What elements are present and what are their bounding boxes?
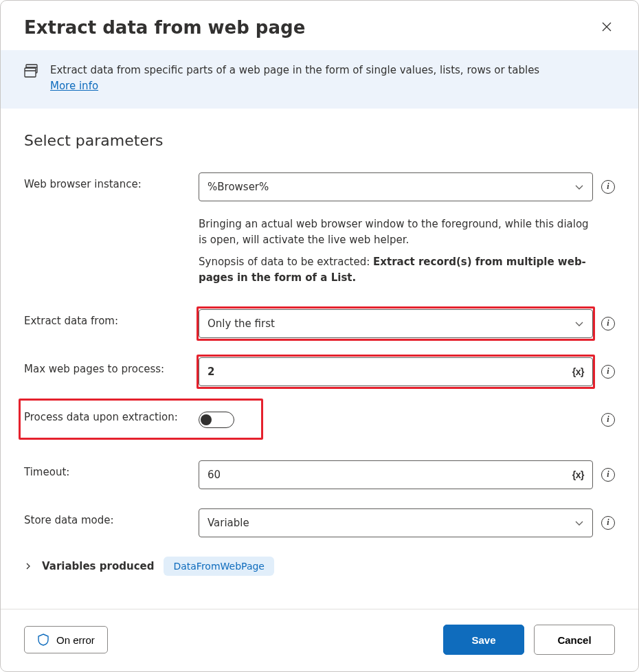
help-browser-foreground: Bringing an actual web browser window to…: [199, 216, 593, 249]
select-store-mode[interactable]: Variable: [199, 508, 593, 537]
chevron-down-icon: [574, 182, 584, 192]
synopsis-text: Synopsis of data to be extracted: Extrac…: [199, 254, 593, 287]
input-max-pages[interactable]: 2 {x}: [199, 357, 593, 386]
dialog-footer: On error Save Cancel: [1, 609, 638, 671]
svg-rect-2: [25, 68, 36, 77]
close-button[interactable]: [598, 18, 615, 37]
variables-produced-label: Variables produced: [42, 560, 154, 572]
dialog-body: Select parameters Web browser instance: …: [1, 109, 638, 609]
label-process-data: Process data upon extraction:: [24, 405, 199, 423]
info-banner: Extract data from specific parts of a we…: [1, 50, 638, 109]
info-icon-store-mode[interactable]: i: [601, 515, 615, 529]
fx-button-max-pages[interactable]: {x}: [572, 366, 584, 377]
select-extract-from[interactable]: Only the first: [199, 309, 593, 338]
row-store-mode: Store data mode: Variable i: [24, 508, 615, 537]
input-timeout[interactable]: 60 {x}: [199, 460, 593, 489]
row-timeout: Timeout: 60 {x} i: [24, 460, 615, 489]
dialog-header: Extract data from web page: [1, 1, 638, 50]
label-browser: Web browser instance:: [24, 172, 199, 190]
cancel-button[interactable]: Cancel: [534, 625, 615, 655]
dialog: Extract data from web page Extract data …: [0, 0, 639, 672]
banner-description: Extract data from specific parts of a we…: [50, 64, 539, 76]
section-title: Select parameters: [24, 132, 615, 149]
variables-produced-row[interactable]: Variables produced DataFromWebPage: [24, 557, 615, 576]
select-store-mode-value: Variable: [208, 517, 249, 529]
row-process-data: Process data upon extraction: i: [24, 405, 615, 434]
label-timeout: Timeout:: [24, 460, 199, 478]
input-timeout-value: 60: [208, 469, 221, 481]
close-icon: [601, 21, 612, 32]
row-max-pages: Max web pages to process: 2 {x} i: [24, 357, 615, 386]
info-icon-browser[interactable]: i: [601, 179, 615, 193]
info-icon-max-pages[interactable]: i: [601, 364, 615, 378]
extract-data-icon: [24, 64, 39, 93]
select-extract-from-value: Only the first: [208, 317, 275, 330]
synopsis-lead: Synopsis of data to be extracted:: [199, 256, 373, 268]
label-store-mode: Store data mode:: [24, 508, 199, 526]
label-max-pages: Max web pages to process:: [24, 357, 199, 375]
select-browser-value: %Browser%: [208, 181, 269, 193]
info-icon-extract-from[interactable]: i: [601, 316, 615, 330]
fx-button-timeout[interactable]: {x}: [572, 469, 584, 480]
select-browser[interactable]: %Browser%: [199, 172, 593, 201]
toggle-process-data[interactable]: [199, 412, 234, 428]
footer-button-group: Save Cancel: [443, 625, 615, 655]
dialog-title: Extract data from web page: [24, 17, 305, 38]
on-error-label: On error: [56, 634, 95, 646]
info-icon-process-data[interactable]: i: [601, 412, 615, 426]
banner-text: Extract data from specific parts of a we…: [50, 63, 539, 93]
chevron-down-icon: [574, 518, 584, 528]
row-extract-from: Extract data from: Only the first i: [24, 309, 615, 338]
input-max-pages-value: 2: [208, 366, 214, 378]
shield-icon: [37, 634, 49, 646]
toggle-knob: [201, 414, 212, 425]
save-button[interactable]: Save: [443, 625, 524, 655]
info-icon-timeout[interactable]: i: [601, 467, 615, 481]
row-browser: Web browser instance: %Browser% Bringing…: [24, 172, 615, 309]
variable-chip[interactable]: DataFromWebPage: [164, 557, 274, 576]
chevron-right-icon: [24, 562, 32, 570]
on-error-button[interactable]: On error: [24, 626, 108, 653]
chevron-down-icon: [574, 319, 584, 328]
more-info-link[interactable]: More info: [50, 80, 98, 92]
label-extract-from: Extract data from:: [24, 309, 199, 327]
